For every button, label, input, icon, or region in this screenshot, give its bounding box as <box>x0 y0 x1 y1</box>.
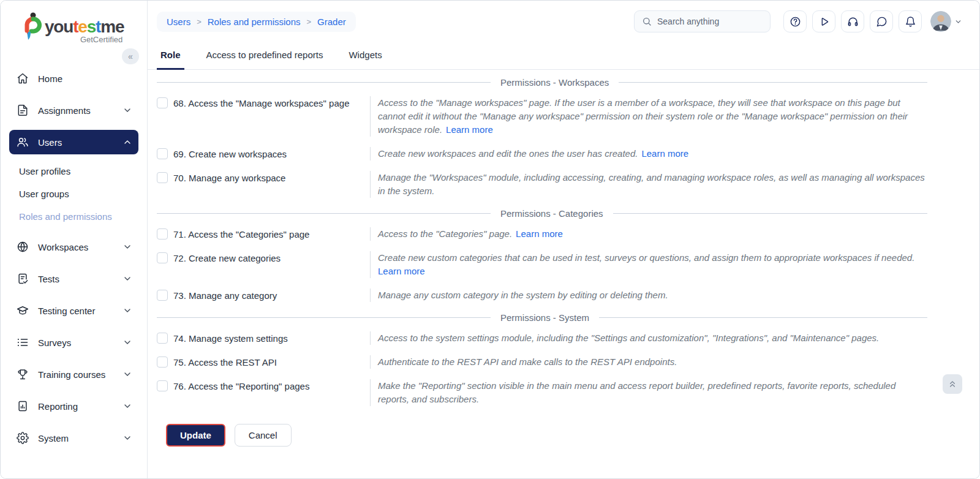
section-header-workspaces: Permissions - Workspaces <box>157 77 927 88</box>
permission-description: Make the "Reporting" section visible in … <box>370 379 927 406</box>
sidebar-item-workspaces[interactable]: Workspaces <box>9 235 138 259</box>
permission-description: Authenticate to the REST API and make ca… <box>370 355 927 369</box>
sidebar-item-user-profiles[interactable]: User profiles <box>9 162 138 180</box>
permission-row: 76. Access the "Reporting" pages Make th… <box>157 379 927 406</box>
permission-checkbox-68[interactable] <box>157 97 168 108</box>
permission-description: Access to the "Categories" page.Learn mo… <box>370 227 927 241</box>
chevron-down-icon <box>123 338 132 347</box>
learn-more-link[interactable]: Learn more <box>446 124 493 135</box>
section-header-system: Permissions - System <box>157 312 927 323</box>
search-icon <box>642 17 652 26</box>
help-button[interactable] <box>783 10 807 32</box>
permission-description: Access to the system settings module, in… <box>370 331 927 345</box>
topbar: Users > Roles and permissions > Grader <box>148 1 979 42</box>
sidebar-nav: Home Assignments Users User profiles Use… <box>1 66 147 450</box>
sidebar-item-reporting[interactable]: Reporting <box>9 394 138 418</box>
chat-button[interactable] <box>870 10 893 32</box>
tour-play-button[interactable] <box>812 10 835 32</box>
sidebar-item-label: Training courses <box>38 369 105 380</box>
update-button[interactable]: Update <box>166 424 225 447</box>
users-icon <box>17 136 29 148</box>
app-window: youtestme GetCertified « Home Assignment… <box>0 0 980 479</box>
permission-checkbox-74[interactable] <box>157 333 168 344</box>
permission-checkbox-71[interactable] <box>157 228 168 240</box>
learn-more-link[interactable]: Learn more <box>516 228 563 239</box>
assignments-icon <box>17 104 29 116</box>
sidebar-item-label: Surveys <box>38 338 71 348</box>
permission-label: 73. Manage any category <box>173 289 277 302</box>
permission-label: 68. Access the "Manage workspaces" page <box>173 97 349 110</box>
sidebar-item-label: Reporting <box>38 401 78 412</box>
chevron-down-icon <box>123 105 132 115</box>
sidebar-item-assignments[interactable]: Assignments <box>9 98 138 123</box>
chevron-down-icon <box>123 306 132 315</box>
breadcrumb-roles-and-permissions[interactable]: Roles and permissions <box>208 17 301 27</box>
chevron-down-icon <box>123 369 132 379</box>
permission-checkbox-72[interactable] <box>157 252 168 263</box>
learn-more-link[interactable]: Learn more <box>641 148 688 159</box>
tests-icon <box>17 273 29 285</box>
sidebar-item-roles-and-permissions[interactable]: Roles and permissions <box>9 207 138 225</box>
footer-actions: Update Cancel <box>157 417 927 447</box>
sidebar-item-label: Users <box>38 137 62 148</box>
search-input[interactable] <box>657 17 763 26</box>
permission-row: 68. Access the "Manage workspaces" page … <box>157 96 927 137</box>
tab-widgets[interactable]: Widgets <box>345 50 385 70</box>
globe-icon <box>17 241 29 253</box>
main-area: Users > Roles and permissions > Grader <box>148 1 979 478</box>
permission-description: Create new workspaces and edit the ones … <box>370 147 927 160</box>
chevron-down-icon <box>954 18 962 26</box>
sidebar-item-surveys[interactable]: Surveys <box>9 330 138 355</box>
tab-access-to-predefined-reports[interactable]: Access to predefined reports <box>203 50 327 70</box>
permission-checkbox-73[interactable] <box>157 290 168 301</box>
permission-description: Access to the "Manage workspaces" page. … <box>370 96 927 137</box>
play-icon <box>818 16 830 28</box>
support-button[interactable] <box>841 10 864 32</box>
logo: youtestme GetCertified <box>1 12 147 44</box>
breadcrumb-users[interactable]: Users <box>167 17 190 27</box>
permissions-content: Permissions - Workspaces 68. Access the … <box>148 70 979 478</box>
sidebar-collapse-button[interactable]: « <box>122 48 139 64</box>
topbar-right <box>634 10 962 32</box>
sidebar-item-home[interactable]: Home <box>9 66 138 91</box>
permission-checkbox-76[interactable] <box>157 380 168 391</box>
sidebar-item-system[interactable]: System <box>9 426 138 450</box>
user-menu[interactable] <box>930 11 962 32</box>
permission-row: 73. Manage any category Manage any custo… <box>157 289 927 302</box>
sidebar-item-label: Assignments <box>38 105 91 116</box>
permission-label: 72. Create new categories <box>173 252 281 265</box>
chevron-up-icon <box>123 137 132 147</box>
breadcrumb-separator: > <box>307 17 312 26</box>
sidebar-item-label: Workspaces <box>38 242 88 252</box>
sidebar-subitem-label: User groups <box>19 189 69 199</box>
tab-role[interactable]: Role <box>157 50 184 70</box>
trophy-icon <box>17 368 29 380</box>
sidebar-item-tests[interactable]: Tests <box>9 266 138 291</box>
sidebar-item-label: Home <box>38 74 62 84</box>
sidebar-item-training-courses[interactable]: Training courses <box>9 362 138 387</box>
sidebar-subitem-label: User profiles <box>19 166 70 176</box>
report-chart-icon <box>17 400 29 412</box>
sidebar-item-user-groups[interactable]: User groups <box>9 184 138 203</box>
logo-tagline: GetCertified <box>45 35 124 44</box>
sidebar-item-users[interactable]: Users <box>9 130 138 154</box>
graduation-cap-icon <box>17 304 29 317</box>
permission-checkbox-75[interactable] <box>157 356 168 368</box>
permission-label: 76. Access the "Reporting" pages <box>173 380 309 393</box>
breadcrumb-grader[interactable]: Grader <box>317 17 346 27</box>
bell-icon <box>905 16 916 28</box>
notifications-button[interactable] <box>899 10 922 32</box>
learn-more-link[interactable]: Learn more <box>378 265 425 278</box>
permission-checkbox-70[interactable] <box>157 172 168 183</box>
permission-checkbox-69[interactable] <box>157 148 168 159</box>
breadcrumb: Users > Roles and permissions > Grader <box>157 12 356 32</box>
help-icon <box>790 16 801 28</box>
permission-label: 75. Access the REST API <box>173 356 277 369</box>
logo-person-icon <box>19 12 45 42</box>
sidebar-item-testing-center[interactable]: Testing center <box>9 298 138 323</box>
permission-description: Create new custom categories that can be… <box>370 251 927 278</box>
permission-row: 71. Access the "Categories" page Access … <box>157 227 927 241</box>
scroll-to-top-button[interactable] <box>943 374 962 394</box>
chevron-down-icon <box>123 274 132 284</box>
cancel-button[interactable]: Cancel <box>235 424 292 447</box>
